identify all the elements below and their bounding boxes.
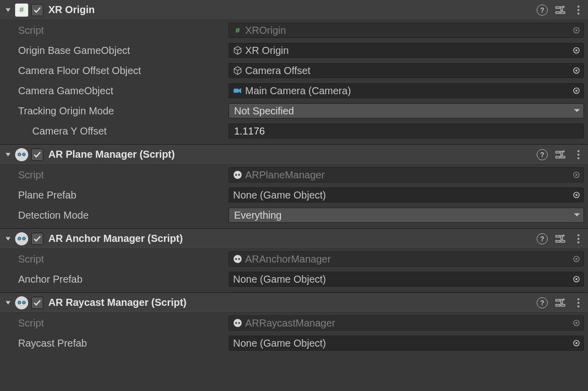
object-picker-icon[interactable] xyxy=(571,254,581,264)
foldout-icon[interactable] xyxy=(3,234,13,244)
help-icon[interactable]: ? xyxy=(537,149,548,160)
object-field-script[interactable]: ARRaycastManager xyxy=(229,315,584,331)
object-field[interactable]: None (Game Object) xyxy=(229,187,584,203)
svg-rect-8 xyxy=(234,89,239,93)
object-picker-icon[interactable] xyxy=(571,170,581,180)
robot-icon xyxy=(233,318,242,328)
object-field-value: Camera Offset xyxy=(245,65,311,77)
presets-icon[interactable] xyxy=(555,297,566,308)
gameobject-icon xyxy=(233,66,242,75)
kebab-menu-icon[interactable] xyxy=(573,297,584,308)
component-title: AR Plane Manager (Script) xyxy=(48,149,537,160)
gameobject-icon xyxy=(233,46,242,55)
property-label: Origin Base GameObject xyxy=(18,45,229,56)
property-label: Raycast Prefab xyxy=(18,338,229,349)
property-label: Detection Mode xyxy=(18,210,229,221)
robot-script-icon xyxy=(15,296,28,309)
svg-point-5 xyxy=(575,49,577,51)
component-title: XR Origin xyxy=(48,4,537,16)
svg-point-7 xyxy=(575,70,577,72)
component-header[interactable]: AR Raycast Manager (Script) ? xyxy=(0,293,588,313)
component-title: AR Anchor Manager (Script) xyxy=(48,233,537,244)
property-label: Plane Prefab xyxy=(18,189,229,201)
hash-icon: # xyxy=(233,26,242,35)
object-picker-icon[interactable] xyxy=(571,66,581,76)
object-picker-icon[interactable] xyxy=(571,45,581,55)
foldout-icon[interactable] xyxy=(3,150,13,160)
component-header[interactable]: AR Plane Manager (Script) ? xyxy=(0,145,588,165)
property-label: Script xyxy=(18,317,229,329)
property-row-script: Script ARRaycastManager xyxy=(0,313,588,333)
property-row-camera-floor-offset: Camera Floor Offset Object Camera Offset xyxy=(0,60,588,81)
kebab-menu-icon[interactable] xyxy=(573,149,584,160)
svg-point-12 xyxy=(575,174,577,176)
component-ar-plane-manager: AR Plane Manager (Script) ? Script ARPla… xyxy=(0,144,588,228)
help-icon[interactable]: ? xyxy=(537,233,548,244)
object-field-script[interactable]: # XROrigin xyxy=(229,23,584,38)
svg-text:#: # xyxy=(236,26,240,34)
foldout-icon[interactable] xyxy=(3,298,13,308)
float-value: 1.1176 xyxy=(234,125,265,137)
object-field-value: ARRaycastManager xyxy=(245,317,335,329)
property-label: Script xyxy=(18,25,229,36)
chevron-down-icon xyxy=(573,108,580,113)
component-title: AR Raycast Manager (Script) xyxy=(48,297,537,308)
presets-icon[interactable] xyxy=(555,233,566,244)
foldout-icon[interactable] xyxy=(3,5,13,15)
float-field[interactable]: 1.1176 xyxy=(229,123,584,139)
camera-icon xyxy=(233,86,242,95)
component-header[interactable]: AR Anchor Manager (Script) ? xyxy=(0,229,588,249)
svg-point-10 xyxy=(575,90,577,92)
component-header[interactable]: # XR Origin ? xyxy=(0,0,588,20)
property-label: Camera Y Offset xyxy=(32,125,229,137)
object-picker-icon[interactable] xyxy=(571,274,581,284)
dropdown-field[interactable]: Everything xyxy=(229,208,584,223)
svg-point-20 xyxy=(575,322,577,324)
object-field[interactable]: Main Camera (Camera) xyxy=(229,83,584,98)
property-row-plane-prefab: Plane Prefab None (Game Object) xyxy=(0,185,588,205)
object-field-value: None (Game Object) xyxy=(233,274,326,285)
property-row-script: Script # XROrigin xyxy=(0,20,588,40)
dropdown-value: Not Specified xyxy=(234,105,294,117)
presets-icon[interactable] xyxy=(555,5,566,16)
object-field[interactable]: XR Origin xyxy=(229,43,584,58)
object-field-script[interactable]: ARAnchorManager xyxy=(229,251,584,267)
component-ar-anchor-manager: AR Anchor Manager (Script) ? Script ARAn… xyxy=(0,228,588,292)
kebab-menu-icon[interactable] xyxy=(573,233,584,244)
property-label: Script xyxy=(18,169,229,181)
property-label: Camera GameObject xyxy=(18,85,229,97)
robot-script-icon xyxy=(15,148,28,161)
property-row-tracking-origin-mode: Tracking Origin Mode Not Specified xyxy=(0,101,588,121)
svg-point-3 xyxy=(575,29,577,31)
presets-icon[interactable] xyxy=(555,149,566,160)
enable-checkbox[interactable] xyxy=(31,4,43,16)
svg-point-18 xyxy=(575,278,577,280)
object-field-value: ARAnchorManager xyxy=(245,253,331,265)
object-picker-icon[interactable] xyxy=(571,86,581,96)
dropdown-field[interactable]: Not Specified xyxy=(229,103,584,118)
component-ar-raycast-manager: AR Raycast Manager (Script) ? Script ARR… xyxy=(0,292,588,353)
object-field-script[interactable]: ARPlaneManager xyxy=(229,167,584,182)
object-field[interactable]: Camera Offset xyxy=(229,63,584,78)
object-picker-icon[interactable] xyxy=(571,25,581,35)
object-picker-icon[interactable] xyxy=(571,338,581,348)
enable-checkbox[interactable] xyxy=(31,297,43,309)
help-icon[interactable]: ? xyxy=(537,5,548,16)
object-field[interactable]: None (Game Object) xyxy=(229,272,584,287)
property-row-script: Script ARAnchorManager xyxy=(0,249,588,269)
object-picker-icon[interactable] xyxy=(571,190,581,200)
help-icon[interactable]: ? xyxy=(537,297,548,308)
property-row-origin-base: Origin Base GameObject XR Origin xyxy=(0,40,588,60)
robot-icon xyxy=(233,254,242,264)
object-picker-icon[interactable] xyxy=(571,318,581,328)
object-field[interactable]: None (Game Object) xyxy=(229,336,584,351)
kebab-menu-icon[interactable] xyxy=(573,5,584,16)
enable-checkbox[interactable] xyxy=(31,233,43,245)
dropdown-value: Everything xyxy=(234,210,282,221)
property-label: Tracking Origin Mode xyxy=(18,105,229,117)
object-field-value: None (Game Object) xyxy=(233,189,326,201)
object-field-value: XR Origin xyxy=(245,45,289,56)
object-field-value: Main Camera (Camera) xyxy=(245,85,351,97)
enable-checkbox[interactable] xyxy=(31,149,43,161)
property-row-camera-y-offset: Camera Y Offset 1.1176 xyxy=(0,121,588,141)
